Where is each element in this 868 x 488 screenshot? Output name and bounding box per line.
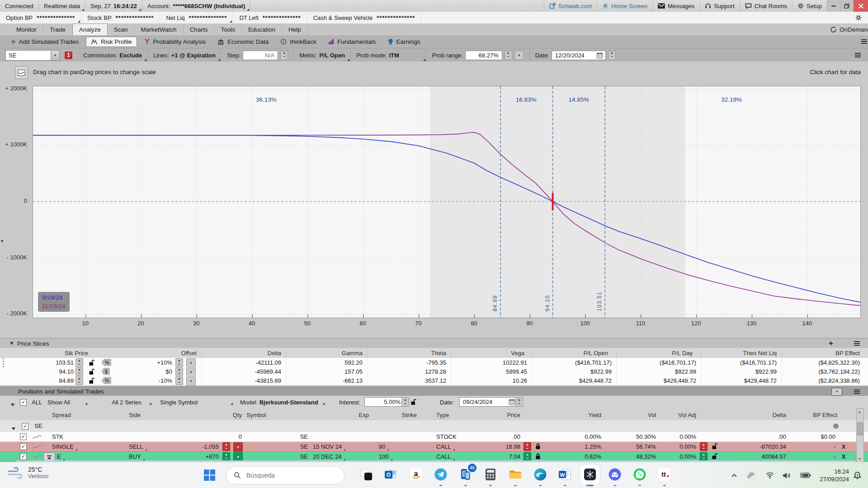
column-header-gamma[interactable]: Gamma (342, 348, 363, 358)
close-button[interactable] (853, 0, 868, 12)
curve-icon[interactable] (33, 454, 42, 460)
lines-dropdown[interactable]: Lines: +1 @ Expiration (148, 48, 222, 62)
spinner-icon[interactable]: +− (280, 51, 288, 60)
column-header-yield[interactable]: Yield (589, 410, 601, 420)
row-checkbox[interactable]: ✓ (20, 453, 27, 460)
gear-icon[interactable] (833, 423, 839, 429)
taskbar-app-outlook[interactable]: O (381, 465, 401, 484)
taskbar-app-edge[interactable] (530, 465, 550, 484)
prob-mode-dropdown[interactable]: Prob mode: ITM (351, 48, 427, 62)
lock-open-icon[interactable] (410, 399, 417, 405)
tab-education[interactable]: Education (242, 23, 282, 35)
volume-icon[interactable] (783, 472, 791, 479)
taskbar-app-discord[interactable] (605, 465, 625, 484)
spinner-icon[interactable]: +− (524, 452, 531, 461)
spinner-icon[interactable]: +− (700, 442, 708, 451)
spinner-icon[interactable]: +− (524, 442, 531, 451)
column-header-vega[interactable]: Vega (511, 348, 524, 358)
taskbar-app-thinkorswim[interactable] (580, 465, 600, 484)
series-dropdown[interactable]: All 2 Series (112, 399, 152, 406)
symbol-select[interactable]: SE ▼ (5, 50, 60, 61)
lock-closed-icon[interactable] (535, 443, 541, 450)
weather-widget[interactable]: 25°C Ventoso (7, 466, 48, 479)
tray-clock[interactable]: 16:24 27/09/2024 (820, 468, 849, 483)
spinner-icon[interactable]: +− (608, 51, 616, 60)
delete-x-icon[interactable]: X (842, 452, 845, 461)
positions-date-value[interactable] (462, 398, 509, 406)
toolbar-menu-icon[interactable] (861, 39, 867, 44)
taskbar-app-whatsapp[interactable] (630, 465, 650, 484)
interest-value[interactable] (367, 398, 401, 406)
lock-open-icon[interactable] (89, 377, 95, 384)
price-slice-row[interactable]: 84.69+−%-10%+−▼-43815.69-662.133537.1210… (0, 376, 868, 385)
wifi-icon[interactable] (765, 472, 774, 479)
position-row-stock[interactable]: ✓STK0SESTOCK.000.00%50.30%0.00%.00$0.00 (0, 432, 868, 442)
tab-tools[interactable]: Tools (214, 23, 242, 35)
collapse-chevron-icon[interactable] (10, 342, 14, 345)
tab-charts[interactable]: Charts (184, 23, 215, 35)
column-header-strike[interactable]: Strike (402, 410, 417, 420)
column-header-price[interactable]: Price (507, 410, 520, 420)
percent-tag-icon[interactable]: % (101, 359, 111, 366)
spinner-icon[interactable]: +− (175, 358, 183, 367)
column-header-theo-net-liq[interactable]: Theo Net Liq (743, 348, 777, 358)
minimize-button[interactable] (827, 0, 840, 12)
tab-analyze[interactable]: Analyze (72, 23, 108, 35)
position-row-sell[interactable]: ✓SINGLESELL-1,055+−▼SE15 NOV 2480CALL16.… (0, 442, 868, 452)
dropdown-arrow-icon[interactable]: ▼ (186, 358, 196, 368)
session-clock[interactable]: Sep, 27 16:24:22 (85, 0, 142, 12)
titlebar-link-support[interactable]: Support (699, 0, 740, 12)
curve-icon[interactable] (33, 444, 42, 450)
spinner-icon[interactable]: +− (700, 452, 708, 461)
column-header-delta[interactable]: Delta (268, 348, 281, 358)
chevron-up-icon[interactable] (731, 474, 737, 478)
spinner-icon[interactable]: +− (75, 367, 83, 376)
spinner-icon[interactable]: +− (75, 376, 83, 385)
tab-monitor[interactable]: Monitor (10, 23, 43, 35)
column-header-type[interactable]: Type (436, 410, 449, 420)
start-button[interactable] (203, 469, 216, 483)
dropdown-arrow-icon[interactable]: ▼ (186, 376, 196, 386)
column-header-bp-effect[interactable]: BP Effect (813, 410, 837, 420)
scroll-down-icon[interactable]: ▼ (857, 456, 863, 462)
battery-icon[interactable] (799, 472, 811, 479)
titlebar-link-messages[interactable]: Messages (652, 0, 699, 12)
show-all-dropdown[interactable]: Show All (47, 399, 88, 406)
alert-badge[interactable]: 1 (65, 52, 72, 59)
step-input[interactable] (243, 51, 278, 60)
search-input[interactable] (245, 471, 324, 479)
ondemand-button[interactable]: OnDemand (823, 23, 868, 35)
positions-group-row[interactable]: ✓SE (0, 420, 868, 432)
date-value[interactable] (554, 52, 596, 59)
delete-x-icon[interactable]: X (842, 442, 845, 451)
taskbar-app-telegram[interactable] (431, 465, 451, 484)
percent-tag-icon[interactable]: % (101, 377, 111, 384)
column-header-p-l-open[interactable]: P/L Open (584, 348, 608, 358)
step-value[interactable] (245, 52, 275, 59)
lock-open-icon[interactable] (89, 368, 95, 375)
column-header-qty[interactable]: Qty (233, 410, 242, 420)
curve-icon[interactable] (33, 434, 42, 440)
column-header-theta[interactable]: Theta (431, 348, 446, 358)
taskbar-app-photos[interactable] (356, 465, 376, 484)
column-header-spread[interactable]: Spread (52, 410, 71, 420)
prob-range-input[interactable] (465, 51, 502, 60)
positions-menu-icon[interactable] (854, 389, 860, 394)
balance-settings-button[interactable] (849, 12, 868, 23)
lock-open-icon[interactable] (712, 453, 718, 460)
date-input[interactable] (552, 51, 606, 60)
spinner-icon[interactable]: +− (222, 452, 230, 461)
column-header-exp[interactable]: Exp (359, 410, 369, 420)
toolbar-button-thinkback[interactable]: thinkBack (276, 37, 321, 47)
account-selector[interactable]: Account: *****668SCHW (Individual) (142, 0, 250, 12)
calendar-icon[interactable] (509, 399, 515, 405)
column-header-offset[interactable]: Offset (181, 348, 197, 358)
taskbar-app-tiktok[interactable]: tt (655, 465, 675, 484)
price-slices-menu-icon[interactable] (854, 341, 860, 346)
positions-scrollbar[interactable]: ▲ ▼ (856, 408, 864, 462)
tab-trade[interactable]: Trade (43, 23, 72, 35)
taskbar-app-amazon[interactable]: a (406, 465, 426, 484)
prob-range-value[interactable] (468, 52, 500, 59)
column-header-bp-effect[interactable]: BP Effect (835, 348, 860, 358)
select-all-checkbox[interactable]: ✓ (20, 399, 27, 406)
